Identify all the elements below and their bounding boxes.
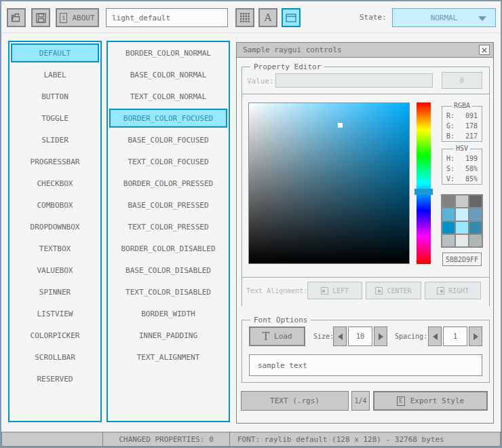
chevron-down-icon [478, 16, 486, 21]
hsv-h-row: H:199 [446, 153, 478, 164]
font-size-value[interactable]: 10 [348, 326, 372, 346]
property-item-text-color-disabled[interactable]: TEXT_COLOR_DISABLED [109, 282, 227, 301]
property-editor-group-label: Property Editor [250, 62, 324, 71]
status-bar-left [1, 432, 103, 447]
align-right-button[interactable]: RIGHT [425, 282, 481, 299]
load-font-label: Load [274, 332, 292, 341]
swatch-text-normal[interactable] [469, 195, 482, 207]
style-name-input[interactable] [106, 8, 228, 27]
export-style-button[interactable]: E Export Style [373, 391, 488, 411]
align-center-label: CENTER [387, 287, 411, 295]
sidebar-item-scrollbar[interactable]: SCROLLBAR [11, 348, 99, 367]
about-button[interactable]: i ABOUT [56, 8, 99, 27]
load-font-button[interactable]: T Load [249, 326, 305, 346]
open-style-button[interactable] [7, 8, 26, 27]
spacing-increase-button[interactable] [469, 326, 482, 346]
font-spacing-value[interactable]: 1 [443, 326, 467, 346]
swatch-text-disabled[interactable] [469, 235, 482, 246]
font-A-icon: A [265, 12, 272, 24]
sidebar-item-textbox[interactable]: TEXTBOX [11, 239, 99, 258]
format-counter-box[interactable]: 1/4 [351, 391, 370, 411]
swatch-base-focused[interactable] [456, 208, 468, 220]
sidebar-item-reserved[interactable]: RESERVED [11, 369, 99, 388]
property-item-border-color-normal[interactable]: BORDER_COLOR_NORMAL [109, 43, 227, 62]
save-icon [36, 13, 46, 23]
hex-value-box[interactable]: 5BB2D9FF [442, 253, 482, 266]
toolbar-divider [1, 33, 501, 33]
color-picker-area[interactable] [248, 102, 410, 264]
controls-panel-toggle-button[interactable] [282, 8, 301, 27]
swatch-border-normal[interactable] [442, 195, 455, 207]
property-item-inner-padding[interactable]: INNER_PADDING [109, 326, 227, 345]
close-button[interactable] [479, 45, 490, 55]
sidebar-item-colorpicker[interactable]: COLORPICKER [11, 326, 99, 345]
size-decrease-button[interactable] [333, 326, 347, 346]
align-center-button[interactable]: CENTER [366, 282, 421, 299]
sidebar-item-dropdownbox[interactable]: DROPDOWNBOX [11, 217, 99, 236]
align-right-label: RIGHT [448, 287, 469, 295]
export-file-icon: E [397, 396, 405, 406]
font-options-group-label: Font Options [250, 316, 311, 324]
property-item-base-color-disabled[interactable]: BASE_COLOR_DISABLED [109, 261, 227, 280]
sidebar-item-checkbox[interactable]: CHECKBOX [11, 174, 99, 193]
state-dropdown-value: NORMAL [431, 14, 458, 22]
sidebar-item-progressbar[interactable]: PROGRESSBAR [11, 152, 99, 171]
property-item-text-color-focused[interactable]: TEXT_COLOR_FOCUSED [109, 152, 227, 171]
sidebar-item-default[interactable]: DEFAULT [11, 43, 99, 62]
sidebar-item-spinner[interactable]: SPINNER [11, 282, 99, 301]
sidebar-item-button[interactable]: BUTTON [11, 87, 99, 106]
property-item-base-color-focused[interactable]: BASE_COLOR_FOCUSED [109, 130, 227, 149]
rgba-group-label: RGBA [452, 102, 472, 109]
hue-bar-handle[interactable] [414, 189, 433, 195]
swatch-base-normal[interactable] [456, 195, 468, 207]
value-button-label: 0 [460, 77, 464, 84]
property-item-border-color-pressed[interactable]: BORDER_COLOR_PRESSED [109, 174, 227, 193]
style-table-button[interactable] [235, 8, 254, 27]
swatch-border-disabled[interactable] [442, 235, 455, 246]
sidebar-item-listview[interactable]: LISTVIEW [11, 304, 99, 323]
hue-bar[interactable] [417, 102, 431, 264]
property-item-base-color-normal[interactable]: BASE_COLOR_NORMAL [109, 65, 227, 84]
hsv-v-row: V:85% [446, 174, 478, 184]
rgba-group: RGBA R:091 G:178 B:217 [442, 106, 482, 142]
separator-line [242, 94, 490, 94]
controls-listview: DEFAULT LABEL BUTTON TOGGLE SLIDER PROGR… [8, 41, 102, 422]
swatch-text-focused[interactable] [469, 208, 482, 220]
save-style-button[interactable] [31, 8, 50, 27]
sample-text-box[interactable]: sample text [249, 354, 482, 376]
sidebar-item-valuebox[interactable]: VALUEBOX [11, 261, 99, 280]
sidebar-item-toggle[interactable]: TOGGLE [11, 109, 99, 128]
swatch-border-pressed[interactable] [442, 222, 455, 234]
hsv-group-label: HSV [454, 145, 470, 152]
align-left-button[interactable]: LEFT [307, 282, 362, 299]
size-increase-button[interactable] [374, 326, 387, 346]
color-picker-cursor[interactable] [338, 123, 343, 128]
sample-window-title: Sample raygui controls [243, 45, 342, 54]
sidebar-item-combobox[interactable]: COMBOBOX [11, 195, 99, 214]
property-item-border-color-focused[interactable]: BORDER_COLOR_FOCUSED [109, 109, 227, 128]
value-input[interactable] [275, 73, 433, 88]
info-icon: i [60, 13, 67, 23]
spacing-decrease-button[interactable] [428, 326, 442, 346]
arrow-right-icon [474, 333, 478, 340]
property-item-border-color-disabled[interactable]: BORDER_COLOR_DISABLED [109, 239, 227, 258]
property-item-base-color-pressed[interactable]: BASE_COLOR_PRESSED [109, 195, 227, 214]
property-item-text-color-pressed[interactable]: TEXT_COLOR_PRESSED [109, 217, 227, 236]
export-format-button[interactable]: TEXT (.rgs) [241, 391, 349, 411]
sidebar-item-slider[interactable]: SLIDER [11, 130, 99, 149]
swatch-text-pressed[interactable] [469, 222, 482, 234]
swatch-border-focused[interactable] [442, 208, 455, 220]
property-item-text-color-normal[interactable]: TEXT_COLOR_NORMAL [109, 87, 227, 106]
font-dialog-button[interactable]: A [258, 8, 277, 27]
sidebar-item-label[interactable]: LABEL [11, 65, 99, 84]
status-changed-properties: CHANGED PROPERTIES: 0 [102, 432, 230, 447]
property-item-text-alignment[interactable]: TEXT_ALIGNMENT [109, 348, 227, 367]
value-button[interactable]: 0 [442, 72, 482, 89]
swatch-base-disabled[interactable] [456, 235, 468, 246]
property-item-border-width[interactable]: BORDER_WIDTH [109, 304, 227, 323]
state-dropdown[interactable]: NORMAL [392, 8, 496, 27]
arrow-right-icon [379, 333, 383, 340]
separator-line [242, 277, 490, 278]
sample-window-titlebar[interactable]: Sample raygui controls [237, 43, 493, 58]
swatch-base-pressed[interactable] [456, 222, 468, 234]
